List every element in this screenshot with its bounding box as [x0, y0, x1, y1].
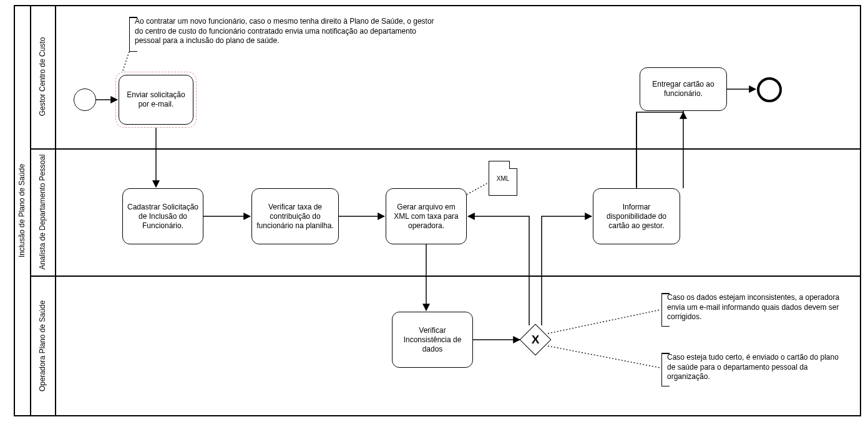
task-cadastrar-solicitacao: Cadastrar Solicitação de Inclusão do Fun… [122, 188, 203, 244]
pool-title: Inclusão de Plano de Saúde [14, 5, 30, 416]
data-object-xml: XML [489, 161, 517, 196]
annotation-1-text: Ao contratar um novo funcionário, caso o… [135, 17, 434, 45]
task-3-label: Verificar taxa de contribuição do funcio… [256, 203, 334, 231]
gateway-marker: X [532, 333, 540, 347]
lane-2-title-text: Analista de Departamento Pessoal [38, 155, 47, 270]
task-verificar-inconsistencia: Verificar Inconsistência de dados [392, 312, 473, 368]
task-1-label: Enviar solicitação por e-mail. [123, 90, 189, 109]
lane-title-sep [55, 5, 56, 416]
task-gerar-xml: Gerar arquivo em XML com taxa para opera… [386, 188, 467, 244]
task-verificar-taxa: Verificar taxa de contribuição do funcio… [251, 188, 339, 244]
lane-3-title: Operadora Plano de Saúde [30, 276, 55, 416]
task-2-label: Cadastrar Solicitação de Inclusão do Fun… [127, 203, 199, 231]
gateway-exclusive: X [520, 324, 551, 355]
task-7-label: Entregar cartão ao funcionário. [644, 80, 723, 98]
task-informar-disponibilidade: Informar disponibilidade do cartão ao ge… [593, 188, 680, 244]
task-entregar-cartao: Entregar cartão ao funcionário. [640, 67, 727, 111]
task-4-label: Gerar arquivo em XML com taxa para opera… [390, 203, 462, 231]
annotation-1: Ao contratar um novo funcionário, caso o… [129, 17, 435, 52]
data-object-xml-label: XML [489, 175, 517, 182]
lane-3-title-text: Operadora Plano de Saúde [38, 300, 47, 391]
annotation-3: Caso esteja tudo certo, é enviado o cart… [661, 353, 842, 386]
lane-1-title: Gestor Centro de Custo [30, 5, 55, 148]
annotation-2: Caso os dados estejam inconsistentes, a … [661, 293, 842, 327]
bpmn-canvas: Inclusão de Plano de Saúde Gestor Centro… [0, 0, 868, 422]
task-6-label: Informar disponibilidade do cartão ao ge… [597, 203, 676, 231]
task-5-label: Verificar Inconsistência de dados [396, 326, 469, 354]
lane-sep-1 [30, 148, 861, 150]
pool-title-text: Inclusão de Plano de Saúde [17, 164, 26, 257]
lane-sep-2 [30, 276, 861, 277]
task-enviar-solicitacao: Enviar solicitação por e-mail. [119, 75, 193, 125]
annotation-3-text: Caso esteja tudo certo, é enviado o cart… [667, 353, 839, 381]
end-event [757, 77, 782, 102]
lane-2-title: Analista de Departamento Pessoal [30, 148, 55, 276]
annotation-2-text: Caso os dados estejam inconsistentes, a … [667, 293, 839, 321]
lane-1-title-text: Gestor Centro de Custo [38, 37, 47, 117]
start-event [74, 89, 96, 111]
